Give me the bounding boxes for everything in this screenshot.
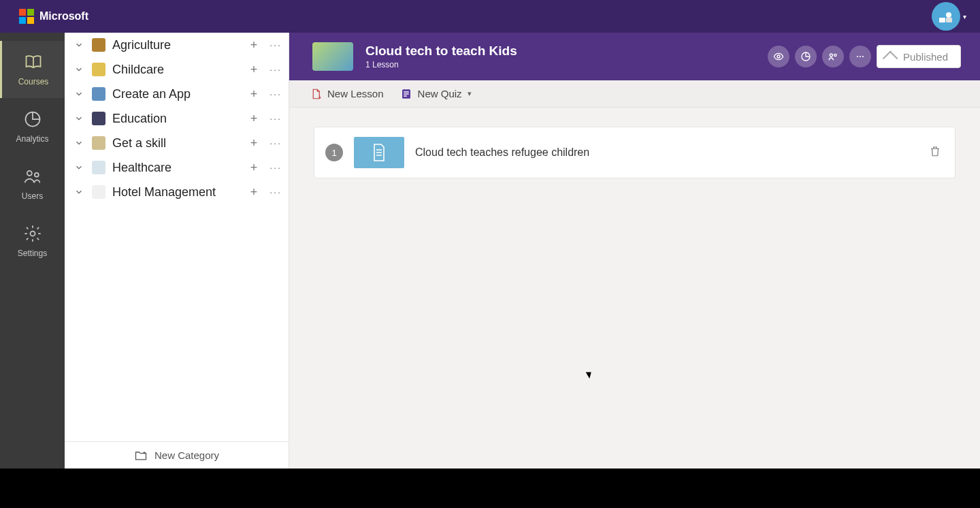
book-icon (24, 52, 43, 72)
delete-lesson-button[interactable] (929, 144, 941, 161)
add-course-button[interactable]: + (246, 62, 261, 77)
svg-rect-0 (939, 18, 945, 22)
brand-logo[interactable]: Microsoft (19, 9, 88, 24)
add-course-button[interactable]: + (246, 111, 261, 126)
add-course-button[interactable]: + (246, 160, 261, 175)
svg-rect-15 (404, 91, 409, 93)
add-course-button[interactable]: + (246, 136, 261, 150)
trash-icon (929, 144, 941, 158)
category-row[interactable]: Education+··· (65, 106, 289, 131)
avatar (932, 2, 960, 31)
svg-point-13 (862, 56, 864, 57)
course-header-actions: Published (768, 45, 961, 68)
lesson-list: 1 Cloud tech teaches refugee children (289, 108, 980, 197)
eye-icon (773, 51, 784, 62)
category-thumbnail (92, 87, 105, 101)
profile-menu[interactable]: ▾ (932, 2, 966, 31)
brand-name: Microsoft (39, 10, 88, 22)
category-name: Education (112, 112, 240, 126)
category-thumbnail (92, 161, 105, 174)
category-more-button[interactable]: ··· (268, 185, 283, 200)
category-row[interactable]: Healthcare+··· (65, 155, 289, 180)
quiz-icon (400, 88, 412, 100)
category-name: Create an App (112, 87, 240, 101)
course-thumbnail (312, 42, 353, 71)
category-row[interactable]: Hotel Management+··· (65, 180, 289, 204)
svg-rect-16 (404, 93, 409, 95)
svg-point-5 (34, 173, 38, 177)
chevron-down-icon[interactable] (73, 137, 85, 149)
category-more-button[interactable]: ··· (268, 136, 283, 150)
category-name: Hotel Management (112, 185, 240, 200)
nav-label: Users (22, 191, 43, 201)
users-icon (23, 167, 42, 186)
category-thumbnail (92, 38, 105, 52)
nav-courses[interactable]: Courses (0, 41, 65, 98)
category-row[interactable]: Agriculture+··· (65, 33, 289, 57)
nav-users[interactable]: Users (0, 155, 65, 212)
gear-icon (23, 224, 42, 243)
preview-button[interactable] (768, 46, 789, 67)
lesson-thumbnail (354, 137, 404, 168)
svg-point-11 (857, 56, 858, 57)
new-quiz-button[interactable]: New Quiz ▾ (400, 88, 472, 100)
chevron-down-icon[interactable] (73, 112, 85, 125)
chevron-down-icon[interactable] (73, 161, 85, 174)
lesson-number: 1 (325, 144, 343, 161)
category-list: Agriculture+···Childcare+···Create an Ap… (65, 33, 289, 441)
svg-rect-2 (946, 18, 952, 22)
people-icon (828, 51, 838, 62)
new-category-button[interactable]: New Category (65, 441, 289, 469)
category-more-button[interactable]: ··· (268, 37, 283, 52)
pie-chart-icon (800, 51, 811, 62)
new-lesson-label: New Lesson (327, 88, 384, 99)
nav-settings[interactable]: Settings (0, 212, 65, 270)
lesson-title: Cloud tech teaches refugee children (415, 146, 918, 159)
category-row[interactable]: Get a skill+··· (65, 131, 289, 155)
publish-button[interactable]: Published (877, 45, 961, 68)
nav-analytics[interactable]: Analytics (0, 98, 65, 155)
footer-bar (0, 469, 980, 508)
add-course-button[interactable]: + (246, 86, 261, 101)
nav-label: Analytics (16, 134, 48, 144)
svg-point-4 (27, 171, 31, 176)
chevron-down-icon[interactable] (73, 63, 85, 76)
pie-chart-icon (23, 110, 42, 129)
new-lesson-button[interactable]: New Lesson (310, 88, 384, 100)
lesson-card[interactable]: 1 Cloud tech teaches refugee children (314, 127, 956, 178)
share-button[interactable] (822, 46, 844, 67)
category-thumbnail (92, 136, 105, 150)
add-course-button[interactable]: + (246, 185, 261, 200)
course-header: Cloud tech to teach Kids 1 Lesson Publis… (289, 33, 980, 80)
category-more-button[interactable]: ··· (268, 62, 283, 77)
analytics-button[interactable] (795, 46, 817, 67)
chevron-down-icon[interactable] (73, 186, 85, 198)
avatar-illustration-icon (938, 8, 954, 25)
category-thumbnail (92, 63, 105, 76)
content-area: Cloud tech to teach Kids 1 Lesson Publis… (289, 33, 980, 469)
category-name: Childcare (112, 63, 240, 77)
more-button[interactable] (849, 46, 871, 67)
sidebar-nav: Courses Analytics Users Settings (0, 33, 65, 469)
top-header: Microsoft ▾ (0, 0, 980, 33)
category-panel: Agriculture+···Childcare+···Create an Ap… (65, 33, 289, 469)
chevron-down-icon: ▾ (963, 13, 966, 20)
course-subtitle: 1 Lesson (365, 60, 755, 69)
add-course-button[interactable]: + (246, 37, 261, 52)
main-area: Courses Analytics Users Settings Agricul… (0, 33, 980, 469)
chevron-down-icon: ▾ (468, 89, 472, 98)
category-more-button[interactable]: ··· (268, 86, 283, 101)
category-row[interactable]: Childcare+··· (65, 57, 289, 82)
category-more-button[interactable]: ··· (268, 111, 283, 126)
chevron-down-icon[interactable] (73, 39, 85, 51)
category-row[interactable]: Create an App+··· (65, 82, 289, 106)
svg-point-10 (834, 54, 836, 56)
publish-label: Published (903, 51, 948, 63)
category-more-button[interactable]: ··· (268, 160, 283, 175)
category-name: Agriculture (112, 38, 240, 52)
more-horizontal-icon (855, 51, 866, 62)
svg-point-6 (30, 232, 35, 236)
chevron-down-icon[interactable] (73, 88, 85, 100)
svg-point-7 (777, 55, 780, 58)
course-title: Cloud tech to teach Kids (365, 44, 755, 59)
